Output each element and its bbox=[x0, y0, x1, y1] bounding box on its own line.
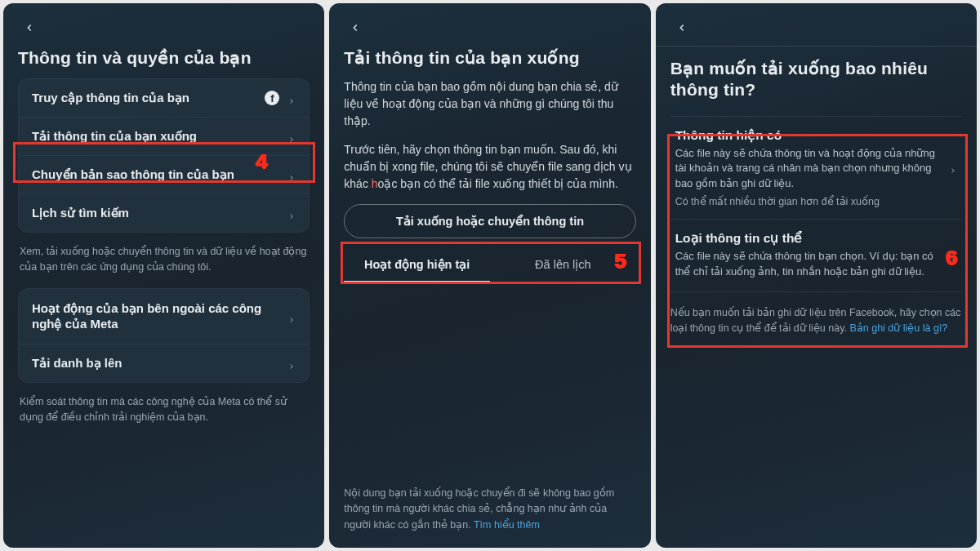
step-6-label: 6 bbox=[945, 247, 957, 271]
screen-3: Bạn muốn tải xuống bao nhiêu thông tin? … bbox=[656, 3, 977, 548]
page-title: Bạn muốn tải xuống bao nhiêu thông tin? bbox=[670, 58, 962, 101]
row-label: Hoạt động của bạn bên ngoài các công ngh… bbox=[32, 300, 287, 332]
option-specific-types[interactable]: Loại thông tin cụ thể Các file này sẽ ch… bbox=[670, 219, 962, 291]
chevron-left-icon bbox=[350, 22, 361, 33]
option-available-info[interactable]: Thông tin hiện có Các file này sẽ chứa t… bbox=[670, 117, 962, 220]
option-desc: Các file này sẽ chứa thông tin và hoạt đ… bbox=[675, 146, 941, 193]
group-1-note: Xem, tải xuống hoặc chuyển thông tin và … bbox=[20, 244, 308, 275]
chevron-right-icon bbox=[287, 94, 296, 102]
tabs: Hoạt động hiện tại Đã lên lịch bbox=[344, 250, 635, 283]
chevron-right-icon bbox=[287, 312, 296, 320]
back-button[interactable] bbox=[344, 16, 367, 39]
row-off-meta-activity[interactable]: Hoạt động của bạn bên ngoài các công ngh… bbox=[19, 289, 309, 344]
chevron-right-icon bbox=[949, 163, 957, 171]
learn-more-link[interactable]: Tìm hiểu thêm bbox=[474, 519, 540, 531]
row-label: Truy cập thông tin của bạn bbox=[32, 91, 189, 105]
chevron-right-icon bbox=[287, 359, 296, 367]
option-subnote: Có thể mất nhiều thời gian hơn để tải xu… bbox=[675, 195, 941, 207]
chevron-right-icon bbox=[287, 209, 296, 217]
page-title: Thông tin và quyền của bạn bbox=[18, 47, 310, 69]
options-group: Thông tin hiện có Các file này sẽ chứa t… bbox=[670, 116, 962, 292]
page-title: Tải thông tin của bạn xuống bbox=[344, 47, 635, 69]
step-5-label: 5 bbox=[614, 250, 626, 274]
screen-2: Tải thông tin của bạn xuống Thông tin củ… bbox=[329, 3, 650, 548]
settings-group-2: Hoạt động của bạn bên ngoài các công ngh… bbox=[18, 288, 310, 383]
screen-1: Thông tin và quyền của bạn Truy cập thôn… bbox=[3, 3, 324, 548]
data-log-info-link[interactable]: Bản ghi dữ liệu là gì? bbox=[849, 322, 947, 334]
option-title: Loại thông tin cụ thể bbox=[675, 231, 941, 246]
option-desc: Các file này sẽ chứa thông tin bạn chọn.… bbox=[675, 249, 941, 280]
row-search-history[interactable]: Lịch sử tìm kiếm bbox=[19, 193, 309, 232]
chevron-right-icon bbox=[287, 171, 296, 179]
option-title: Thông tin hiện có bbox=[675, 128, 941, 143]
intro-paragraph-1: Thông tin của bạn bao gồm nội dung bạn c… bbox=[344, 78, 635, 130]
row-label: Tải thông tin của bạn xuống bbox=[32, 129, 197, 144]
intro-paragraph-2: Trước tiên, hãy chọn thông tin bạn muốn.… bbox=[344, 141, 635, 193]
step-4-label: 4 bbox=[256, 150, 268, 175]
group-2-note: Kiểm soát thông tin mà các công nghệ của… bbox=[20, 394, 308, 425]
footer-note: Nếu bạn muốn tải bản ghi dữ liệu trên Fa… bbox=[670, 305, 962, 337]
row-upload-contacts[interactable]: Tải danh bạ lên bbox=[19, 344, 309, 382]
row-access-info[interactable]: Truy cập thông tin của bạn f bbox=[19, 79, 309, 117]
row-label: Lịch sử tìm kiếm bbox=[32, 206, 129, 220]
tutorial-triptych: Thông tin và quyền của bạn Truy cập thôn… bbox=[0, 0, 980, 551]
back-button[interactable] bbox=[18, 16, 41, 39]
chevron-left-icon bbox=[676, 22, 688, 33]
tab-current-activity[interactable]: Hoạt động hiện tại bbox=[344, 250, 490, 282]
download-or-transfer-button[interactable]: Tải xuống hoặc chuyển thông tin bbox=[344, 204, 635, 238]
row-label: Tải danh bạ lên bbox=[32, 356, 122, 371]
chevron-right-icon bbox=[287, 132, 296, 140]
facebook-icon: f bbox=[265, 91, 279, 105]
chevron-left-icon bbox=[24, 22, 35, 33]
back-button[interactable] bbox=[670, 16, 693, 39]
row-label: Chuyển bản sao thông tin của bạn bbox=[32, 167, 234, 182]
footer-note: Nội dung bạn tải xuống hoặc chuyển đi sẽ… bbox=[344, 486, 635, 533]
